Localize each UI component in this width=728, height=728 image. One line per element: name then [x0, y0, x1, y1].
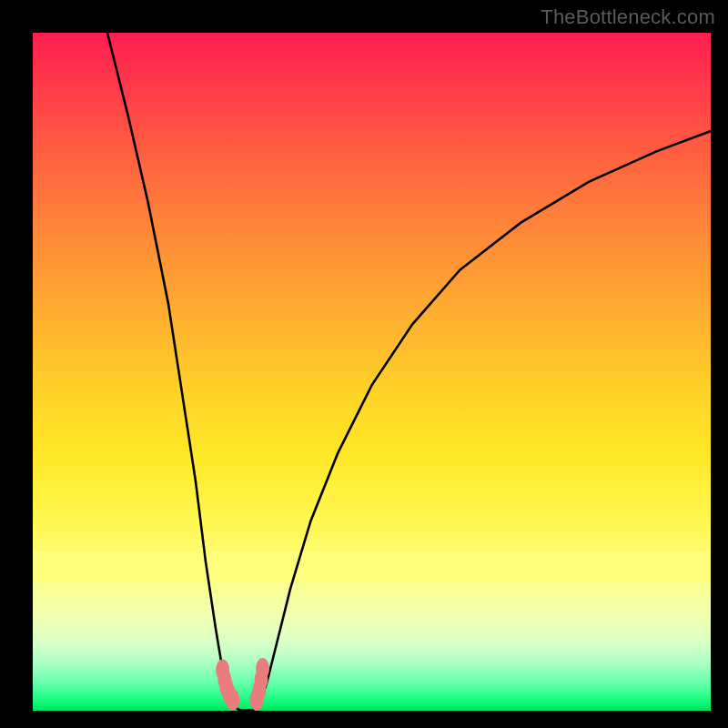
bottleneck-curve — [33, 33, 711, 711]
plot-area — [33, 33, 711, 711]
optimal-marker — [256, 658, 269, 680]
optimal-marker — [226, 689, 239, 711]
left-branch-path — [107, 33, 235, 707]
optimal-band-markers — [216, 658, 269, 711]
chart-frame: TheBottleneck.com — [0, 0, 728, 728]
watermark-label: TheBottleneck.com — [541, 5, 715, 29]
right-branch-path — [258, 131, 711, 707]
